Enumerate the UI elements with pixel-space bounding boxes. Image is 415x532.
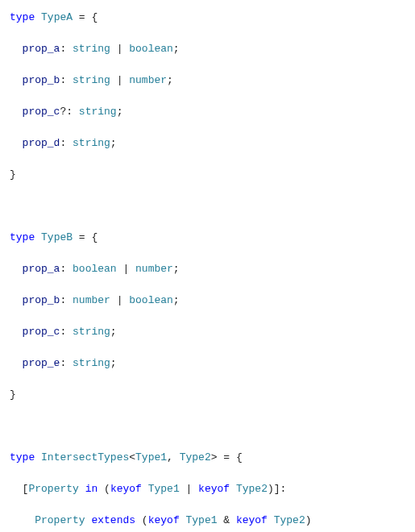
type-name: TypeA	[41, 11, 73, 23]
keyword-type: type	[10, 451, 35, 463]
keyword-type: type	[10, 231, 35, 243]
prop-name: prop_c	[23, 106, 60, 118]
type: number	[73, 294, 110, 306]
type: boolean	[73, 263, 117, 275]
type: string	[79, 106, 117, 118]
keyword-type: type	[10, 11, 35, 23]
type: string	[73, 357, 110, 369]
type: string	[73, 137, 110, 149]
type: boolean	[129, 43, 173, 55]
type: number	[129, 74, 167, 86]
prop-name: prop_b	[23, 74, 60, 86]
generic-param: Type1	[135, 451, 167, 463]
prop-name: prop_d	[23, 137, 60, 149]
prop-name: prop_b	[23, 294, 60, 306]
prop-name: prop_c	[23, 326, 60, 338]
type-name: IntersectTypes	[41, 451, 129, 463]
mapped-key: Property	[28, 483, 78, 495]
prop-name: prop_e	[23, 357, 60, 369]
brace-close: }	[10, 168, 16, 181]
type: boolean	[129, 294, 173, 306]
type: number	[135, 263, 173, 275]
brace-close: }	[10, 389, 16, 401]
punct: = {	[73, 11, 98, 23]
type: string	[73, 74, 110, 86]
code-block: type TypeA = { prop_a: string | boolean;…	[10, 10, 405, 532]
prop-name: prop_a	[23, 43, 60, 55]
type: string	[73, 326, 110, 338]
generic-param: Type2	[180, 451, 211, 463]
prop-name: prop_a	[23, 263, 60, 275]
type-name: TypeB	[41, 231, 73, 243]
type: string	[73, 43, 110, 55]
